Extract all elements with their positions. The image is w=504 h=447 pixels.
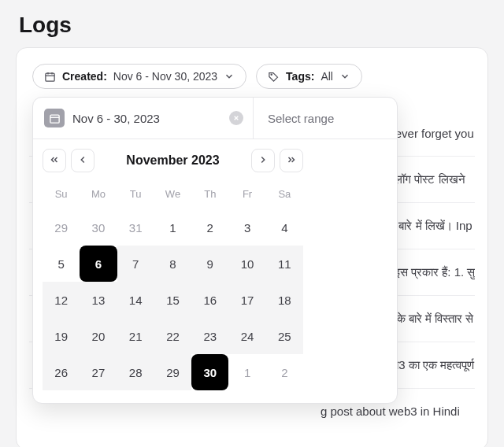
calendar-dow: Mo	[80, 180, 117, 209]
calendar-month-label: November 2023	[99, 153, 246, 168]
calendar-dow: Th	[191, 180, 228, 209]
calendar-day[interactable]: 29	[43, 209, 80, 246]
next-month-button[interactable]	[251, 149, 275, 172]
tags-filter-label: Tags:	[286, 70, 314, 83]
selected-range-text: Nov 6 - 30, 2023	[72, 112, 160, 125]
calendar-day[interactable]: 16	[191, 282, 228, 318]
calendar-day[interactable]: 8	[154, 246, 191, 282]
calendar-day[interactable]: 11	[266, 246, 303, 282]
tags-filter-value: All	[321, 70, 333, 83]
page-title: Logs	[0, 0, 504, 47]
chevron-down-icon	[224, 71, 235, 82]
prev-month-button[interactable]	[71, 149, 94, 172]
calendar-day[interactable]: 14	[117, 282, 154, 318]
created-filter-label: Created:	[62, 70, 107, 83]
calendar-day[interactable]: 10	[228, 246, 265, 282]
calendar-icon	[44, 109, 65, 127]
next-year-button[interactable]	[280, 149, 303, 172]
calendar-day[interactable]: 1	[228, 354, 265, 390]
chevrons-left-icon	[49, 154, 60, 168]
calendar-day[interactable]: 29	[154, 354, 191, 390]
calendar-day[interactable]: 21	[117, 318, 154, 354]
calendar-body: November 2023 SuMoTuWeThFrSa293031123456…	[33, 139, 313, 403]
logs-card: Created: Nov 6 - Nov 30, 2023 Tags: All …	[16, 47, 488, 447]
calendar-day[interactable]: 18	[266, 282, 303, 318]
tag-icon	[268, 71, 280, 83]
calendar-dow: Su	[43, 180, 80, 209]
selected-range-display[interactable]: Nov 6 - 30, 2023	[33, 98, 254, 139]
calendar-day[interactable]: 31	[117, 209, 154, 246]
calendar-day[interactable]: 1	[154, 209, 191, 246]
chevron-left-icon	[77, 154, 88, 168]
calendar-day[interactable]: 2	[191, 209, 228, 246]
calendar-day[interactable]: 17	[228, 282, 265, 318]
created-filter-value: Nov 6 - Nov 30, 2023	[113, 70, 217, 83]
created-filter-pill[interactable]: Created: Nov 6 - Nov 30, 2023	[32, 64, 246, 89]
calendar-day[interactable]: 28	[117, 354, 154, 390]
calendar-day[interactable]: 12	[43, 282, 80, 318]
calendar-day[interactable]: 30	[80, 209, 117, 246]
svg-rect-0	[46, 73, 54, 81]
calendar-day[interactable]: 26	[43, 354, 80, 390]
calendar-dow: We	[154, 180, 191, 209]
popover-header: Nov 6 - 30, 2023 Select range	[33, 98, 397, 139]
calendar-day[interactable]: 2	[266, 354, 303, 390]
calendar-day[interactable]: 3	[228, 209, 265, 246]
calendar-day[interactable]: 13	[80, 282, 117, 318]
svg-point-4	[271, 74, 272, 75]
calendar-icon	[44, 71, 56, 83]
chevron-down-icon	[339, 71, 350, 82]
close-icon	[233, 113, 239, 123]
calendar-day[interactable]: 9	[191, 246, 228, 282]
tags-filter-pill[interactable]: Tags: All	[256, 64, 362, 89]
calendar-grid: SuMoTuWeThFrSa29303112345678910111213141…	[43, 180, 303, 390]
filter-row: Created: Nov 6 - Nov 30, 2023 Tags: All	[29, 64, 475, 100]
calendar-dow: Fr	[228, 180, 265, 209]
calendar-day[interactable]: 5	[43, 246, 80, 282]
clear-range-button[interactable]	[229, 111, 243, 125]
calendar-day[interactable]: 19	[43, 318, 80, 354]
calendar-day[interactable]: 4	[266, 209, 303, 246]
prev-year-button[interactable]	[43, 149, 66, 172]
calendar-day[interactable]: 7	[117, 246, 154, 282]
calendar-dow: Tu	[117, 180, 154, 209]
calendar-day[interactable]: 30	[191, 354, 228, 390]
svg-rect-5	[50, 115, 58, 123]
calendar-day[interactable]: 27	[80, 354, 117, 390]
select-range-button[interactable]: Select range	[254, 98, 397, 139]
calendar-nav: November 2023	[43, 149, 303, 172]
calendar-day[interactable]: 25	[266, 318, 303, 354]
select-range-label: Select range	[268, 112, 334, 125]
calendar-day[interactable]: 20	[80, 318, 117, 354]
date-range-popover: Nov 6 - 30, 2023 Select range	[32, 97, 398, 404]
calendar-day[interactable]: 23	[191, 318, 228, 354]
chevron-right-icon	[258, 154, 269, 168]
chevrons-right-icon	[286, 154, 297, 168]
calendar-day[interactable]: 6	[80, 246, 117, 282]
calendar-day[interactable]: 22	[154, 318, 191, 354]
calendar-day[interactable]: 24	[228, 318, 265, 354]
calendar-dow: Sa	[266, 180, 303, 209]
calendar-day[interactable]: 15	[154, 282, 191, 318]
